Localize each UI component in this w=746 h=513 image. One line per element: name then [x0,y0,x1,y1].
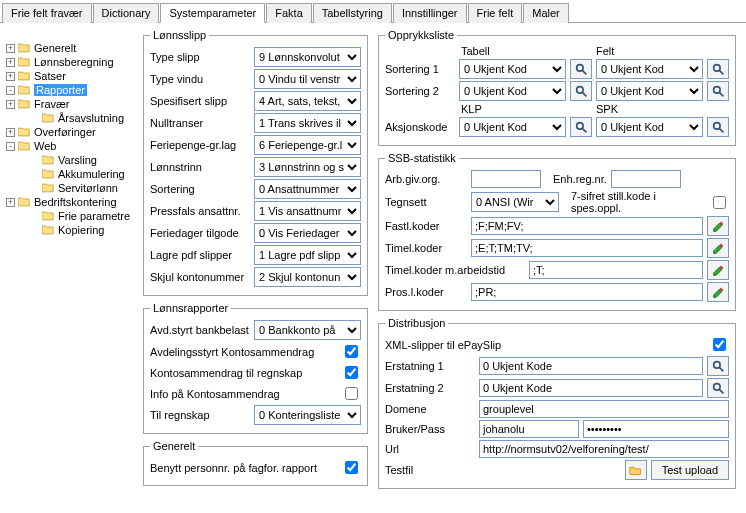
edit-icon[interactable] [707,260,729,280]
chk-xml-epayslip[interactable] [713,338,726,351]
svg-point-14 [713,383,720,390]
search-icon[interactable] [570,81,592,101]
tree-item-fravær[interactable]: +Fravær [4,97,135,111]
domene-input[interactable] [479,400,729,418]
chk-7sifret[interactable] [713,196,726,209]
search-icon[interactable] [707,378,729,398]
feriepenge-gr-lag-select[interactable]: 6 Feriepenge-gr.l [254,135,361,155]
pass-input[interactable] [583,420,729,438]
tree-item-rapporter[interactable]: -Rapporter [4,83,135,97]
search-icon[interactable] [707,356,729,376]
lagre-pdf-slipper-select[interactable]: 1 Lagre pdf slipp [254,245,361,265]
edit-icon[interactable] [707,238,729,258]
tab-tabellstyring[interactable]: Tabellstyring [313,3,392,23]
enhregnr-input[interactable] [611,170,681,188]
tree-item-kopiering[interactable]: Kopiering [4,223,135,237]
tree-item-lønnsberegning[interactable]: +Lønnsberegning [4,55,135,69]
aksjon-klp[interactable]: 0 Ukjent Kod [459,117,566,137]
search-icon[interactable] [570,117,592,137]
distribusjon-group: Distribusjon XML-slipper til ePaySlip Er… [378,317,736,489]
tegnsett-select[interactable]: 0 ANSI (Wir [471,192,559,212]
folder-icon [42,225,54,235]
plus-icon[interactable]: + [6,198,15,207]
plus-icon[interactable]: + [6,44,15,53]
feriedager-tilgode-select[interactable]: 0 Vis Feriedager [254,223,361,243]
plus-icon[interactable]: + [6,58,15,67]
folder-icon [18,85,30,95]
nulltranser-select[interactable]: 1 Trans skrives il [254,113,361,133]
erstatning2-input[interactable] [479,379,703,397]
tree-item-bedriftskontering[interactable]: +Bedriftskontering [4,195,135,209]
tab-systemparameter[interactable]: Systemparameter [160,3,265,23]
search-icon[interactable] [707,117,729,137]
sortering-select[interactable]: 0 Ansattnummer [254,179,361,199]
type-slipp-select[interactable]: 9 Lønnskonvolut [254,47,361,67]
folder-icon [18,43,30,53]
folder-icon [18,99,30,109]
tree-item-web[interactable]: -Web [4,139,135,153]
opprykksliste-group: Opprykksliste TabellFelt Sortering 1 0 U… [378,29,736,146]
skjul-kontonummer-select[interactable]: 2 Skjul kontonun [254,267,361,287]
plus-icon[interactable]: + [6,100,15,109]
search-icon[interactable] [707,59,729,79]
arbgivorg-input[interactable] [471,170,541,188]
tree-item-varsling[interactable]: Varsling [4,153,135,167]
folder-icon [18,57,30,67]
test-upload-button[interactable]: Test upload [651,460,729,480]
folder-icon [18,197,30,207]
chk-avd-kontosammendrag[interactable] [345,345,358,358]
sort1-tabell[interactable]: 0 Ukjent Kod [459,59,566,79]
tab-frie-felt[interactable]: Frie felt [468,3,523,23]
avdstyrt-select[interactable]: 0 Bankkonto på [254,320,361,340]
tree-item-satser[interactable]: +Satser [4,69,135,83]
tab-frie-felt-fravær[interactable]: Frie felt fravær [2,3,92,23]
folder-open-icon[interactable] [625,460,647,480]
proslkoder-input[interactable] [471,283,703,301]
timelkoder-arb-input[interactable] [529,261,703,279]
tree-item-frie parametre[interactable]: Frie parametre [4,209,135,223]
timelkoder-input[interactable] [471,239,703,257]
edit-icon[interactable] [707,216,729,236]
aksjon-spk[interactable]: 0 Ukjent Kod [596,117,703,137]
erstatning1-input[interactable] [479,357,703,375]
folder-icon [42,211,54,221]
plus-icon[interactable]: + [6,72,15,81]
search-icon[interactable] [707,81,729,101]
chk-benytt-personnr[interactable] [345,461,358,474]
tree-item-overføringer[interactable]: +Overføringer [4,125,135,139]
fastlkoder-input[interactable] [471,217,703,235]
tab-maler[interactable]: Maler [523,3,569,23]
folder-icon [42,155,54,165]
minus-icon[interactable]: - [6,142,15,151]
tab-innstillinger[interactable]: Innstillinger [393,3,467,23]
edit-icon[interactable] [707,282,729,302]
chk-kontosammendrag-regnskap[interactable] [345,366,358,379]
bruker-input[interactable] [479,420,579,438]
type-vindu-select[interactable]: 0 Vindu til venstr [254,69,361,89]
svg-line-11 [719,128,723,132]
spesifisert-slipp-select[interactable]: 4 Art, sats, tekst, [254,91,361,111]
svg-line-3 [719,70,723,74]
l-nnstrinn-select[interactable]: 3 Lønnstrinn og s [254,157,361,177]
pressfals-ansattnr--select[interactable]: 1 Vis ansattnumr [254,201,361,221]
svg-point-4 [576,86,583,93]
sort2-felt[interactable]: 0 Ukjent Kod [596,81,703,101]
search-icon[interactable] [570,59,592,79]
tree-item-servitørlønn[interactable]: Servitørlønn [4,181,135,195]
sort2-tabell[interactable]: 0 Ukjent Kod [459,81,566,101]
tree-item-akkumulering[interactable]: Akkumulering [4,167,135,181]
folder-icon [42,169,54,179]
chk-info-kontosammendrag[interactable] [345,387,358,400]
plus-icon[interactable]: + [6,128,15,137]
tilregnskap-select[interactable]: 0 Konteringsliste [254,405,361,425]
tree-item-generelt[interactable]: +Generelt [4,41,135,55]
url-input[interactable] [479,440,729,458]
svg-point-0 [576,64,583,71]
tree-item-årsavslutning[interactable]: Årsavslutning [4,111,135,125]
tab-fakta[interactable]: Fakta [266,3,312,23]
sort1-felt[interactable]: 0 Ukjent Kod [596,59,703,79]
minus-icon[interactable]: - [6,86,15,95]
svg-line-9 [582,128,586,132]
tab-dictionary[interactable]: Dictionary [93,3,160,23]
svg-point-2 [713,64,720,71]
